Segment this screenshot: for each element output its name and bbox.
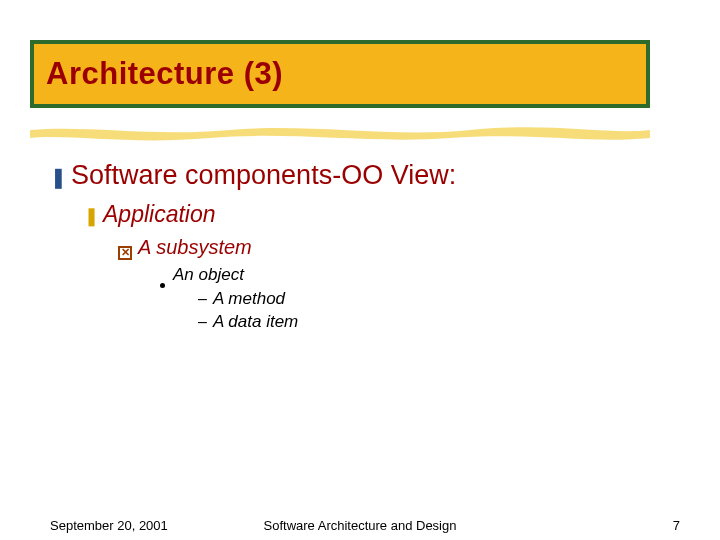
bullet-level-1: ❚ Software components-OO View: xyxy=(50,160,670,191)
page-number: 7 xyxy=(673,518,680,533)
slide: Architecture (3) ❚ Software components-O… xyxy=(0,0,720,540)
bullet-level-4: An object xyxy=(160,265,670,285)
bullet-l5b-text: A data item xyxy=(213,312,298,332)
bullet-level-3: ✕ A subsystem xyxy=(118,236,670,259)
bullet-l1-text: Software components-OO View: xyxy=(71,160,456,191)
bullet-l5a-text: A method xyxy=(213,289,285,309)
underline-decoration xyxy=(30,124,650,146)
bullet-l4-text: An object xyxy=(173,265,244,285)
bullet-level-5: – A data item xyxy=(198,312,670,332)
bullet-l2-text: Application xyxy=(103,201,216,228)
dingbat-icon: ❚ xyxy=(50,165,67,189)
content-area: ❚ Software components-OO View: ❚ Applica… xyxy=(50,160,670,335)
dash-icon: – xyxy=(198,290,207,308)
bullet-level-5: – A method xyxy=(198,289,670,309)
dingbat-icon: ❚ xyxy=(84,205,99,227)
dot-icon xyxy=(160,283,165,288)
footer-title: Software Architecture and Design xyxy=(0,518,720,533)
box-x-icon: ✕ xyxy=(118,246,132,260)
dash-icon: – xyxy=(198,313,207,331)
bullet-level-2: ❚ Application xyxy=(84,201,670,228)
title-box: Architecture (3) xyxy=(30,40,650,108)
bullet-l3-text: A subsystem xyxy=(138,236,252,259)
slide-title: Architecture (3) xyxy=(46,56,283,92)
